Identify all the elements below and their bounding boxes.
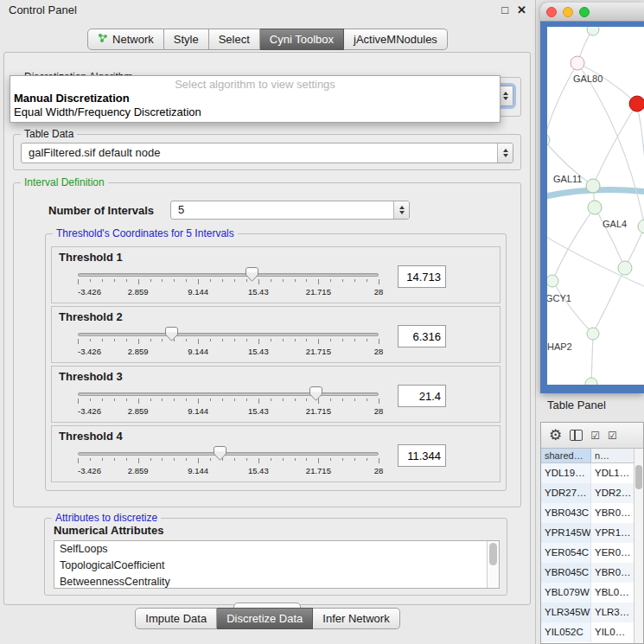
tab-jactivemnodules[interactable]: jActiveMNodules (344, 29, 448, 50)
table-row[interactable]: YPR145WYPR1… (541, 523, 643, 543)
table-row[interactable]: YBR043CYBR0… (541, 503, 643, 523)
network-node[interactable] (587, 27, 599, 35)
table-row[interactable]: YER054CYER0… (541, 543, 643, 563)
number-of-intervals-combobox[interactable]: 5 (170, 201, 410, 220)
network-view-window: GAL80GAL11GAL4GCY1HAP2 (540, 3, 644, 393)
threshold-slider[interactable]: -3.4262.8599.14415.4321.71528 (78, 387, 379, 422)
table-row[interactable]: YIL052CYIL0… (541, 622, 643, 642)
attributes-scrollbar[interactable] (487, 541, 499, 588)
gal80-node[interactable] (571, 56, 584, 70)
gal4-node[interactable] (588, 201, 602, 214)
slider-tick-label: 15.43 (248, 287, 269, 296)
table-data-combobox[interactable]: galFiltered.sif default node (21, 143, 513, 163)
slider-tick-label: -3.426 (78, 406, 101, 416)
tab-label: Discretize Data (226, 612, 303, 625)
control-panel-window: Control Panel □ ✕ Network Style Select C… (0, 0, 536, 644)
network-node[interactable] (585, 378, 597, 385)
attribute-item[interactable]: BetweennessCentrality (54, 574, 499, 589)
slider-tick-label: -3.426 (78, 466, 101, 475)
network-canvas[interactable]: GAL80GAL11GAL4GCY1HAP2 (547, 27, 644, 385)
control-panel-titlebar: Control Panel □ ✕ (0, 0, 535, 19)
gcy1-node[interactable] (547, 275, 558, 287)
hap2-node[interactable] (587, 328, 599, 340)
network-edge[interactable] (552, 281, 593, 334)
group-title: Interval Definition (21, 176, 108, 188)
close-icon[interactable]: ✕ (517, 4, 526, 16)
close-traffic-light-icon[interactable] (546, 7, 557, 17)
network-node[interactable] (629, 96, 644, 112)
network-node[interactable] (547, 134, 550, 146)
scrollbar-thumb[interactable] (489, 543, 497, 565)
threshold-panel: Threshold 4-3.4262.8599.14415.4321.71528 (51, 425, 501, 482)
minimize-traffic-light-icon[interactable] (563, 7, 573, 17)
slider-tick-label: 9.144 (188, 287, 208, 296)
table-row[interactable]: YBR045CYBR0… (541, 563, 643, 583)
network-edge[interactable] (577, 63, 644, 226)
algorithm-dropdown-options: Manual DiscretizationEqual Width/Frequen… (10, 92, 500, 119)
float-window-icon[interactable]: □ (501, 4, 508, 16)
columns-icon[interactable] (570, 430, 583, 441)
slider-thumb[interactable] (245, 267, 258, 282)
table-scrollbar[interactable] (634, 449, 643, 643)
threshold-value-input[interactable] (398, 325, 446, 348)
slider-tick-label: 28 (374, 347, 384, 356)
gear-icon[interactable]: ⚙ (549, 428, 562, 443)
slider-tick-label: 2.859 (128, 406, 149, 416)
attributes-list[interactable]: SelfLoopsTopologicalCoefficientBetweenne… (54, 540, 500, 589)
dropdown-option[interactable]: Manual Discretization (10, 92, 500, 105)
network-edge[interactable] (595, 207, 625, 268)
table-header: shared… n… (541, 449, 643, 463)
stepper-icon[interactable] (393, 201, 409, 219)
tab-select[interactable]: Select (209, 29, 260, 50)
network-edge[interactable] (593, 104, 637, 186)
group-title: Threshold's Coordinates for 5 Intervals (53, 227, 238, 239)
slider-thumb[interactable] (309, 386, 322, 401)
table-row[interactable]: YLR345WYLR3… (541, 603, 643, 622)
table-cell-shared-name: YDL19… (541, 463, 591, 483)
table-row[interactable]: YBL079WYBL0… (541, 583, 643, 603)
attribute-item[interactable]: TopologicalCoefficient (54, 558, 499, 574)
threshold-value-input[interactable] (398, 265, 446, 288)
tab-style[interactable]: Style (164, 29, 209, 50)
tab-discretize-data[interactable]: Discretize Data (217, 608, 313, 629)
threshold-value-input[interactable] (398, 385, 446, 407)
slider-tick-label: 2.859 (128, 347, 149, 356)
select-rows-checkbox-icon[interactable]: ☑ (608, 430, 617, 441)
cyni-toolbox-panel: Discretization Algorithm Select algorith… (3, 52, 531, 605)
tab-cyni-toolbox[interactable]: Cyni Toolbox (260, 29, 344, 50)
network-window-titlebar[interactable] (540, 3, 644, 22)
slider-track[interactable] (78, 273, 379, 277)
attributes-group: Attributes to discretize Numerical Attri… (44, 518, 507, 596)
column-header-shared-name[interactable]: shared… (541, 449, 591, 462)
select-all-checkbox-icon[interactable]: ☑ (590, 430, 600, 441)
network-node[interactable] (618, 261, 632, 275)
slider-track[interactable] (78, 452, 379, 456)
network-edge[interactable] (593, 268, 625, 334)
slider-track[interactable] (78, 333, 379, 336)
slider-thumb[interactable] (165, 327, 178, 341)
scrollbar-thumb[interactable] (635, 465, 642, 489)
slider-track[interactable] (78, 392, 379, 396)
tab-label: jActiveMNodules (354, 33, 437, 46)
zoom-traffic-light-icon[interactable] (579, 7, 590, 17)
numerical-attributes-label: Numerical Attributes (54, 524, 507, 537)
table-row[interactable]: YDR27…YDR2… (541, 483, 643, 503)
threshold-value-input[interactable] (398, 444, 446, 467)
stepper-icon[interactable] (497, 143, 513, 163)
tab-impute-data[interactable]: Impute Data (135, 608, 217, 629)
slider-ticks (78, 279, 379, 286)
tab-infer-network[interactable]: Infer Network (313, 608, 399, 629)
table-row[interactable]: YDL19…YDL1… (541, 463, 643, 483)
threshold-slider[interactable]: -3.4262.8599.14415.4321.71528 (78, 447, 379, 481)
threshold-slider[interactable]: -3.4262.8599.14415.4321.71528 (78, 328, 379, 362)
network-edge[interactable] (591, 334, 593, 384)
dropdown-option[interactable]: Equal Width/Frequency Discretization (10, 105, 500, 119)
tab-network[interactable]: Network (87, 29, 164, 50)
threshold-slider[interactable]: -3.4262.8599.14415.4321.71528 (78, 268, 379, 303)
attribute-item[interactable]: SelfLoops (54, 541, 499, 558)
node-label: GCY1 (547, 293, 571, 303)
network-node[interactable] (638, 220, 644, 233)
gal11-node[interactable] (586, 179, 600, 193)
node-label: GAL80 (573, 73, 603, 84)
slider-thumb[interactable] (214, 446, 226, 461)
